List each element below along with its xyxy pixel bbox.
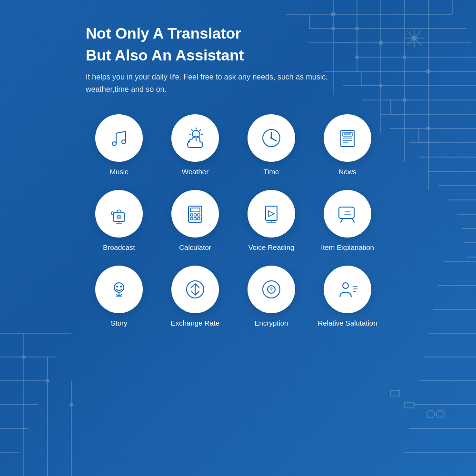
feature-story[interactable]: Story [86, 266, 152, 327]
news-icon-circle: NEW [324, 114, 371, 162]
story-label: Story [110, 319, 127, 327]
svg-point-107 [116, 286, 118, 288]
svg-point-44 [46, 379, 49, 382]
feature-item-explanation[interactable]: Item Explanation [314, 190, 381, 251]
svg-rect-103 [339, 207, 354, 218]
feature-music[interactable]: Music [86, 114, 152, 176]
svg-rect-96 [198, 214, 200, 216]
exchange-rate-label: Exchange Rate [171, 319, 220, 327]
calculator-icon-circle [171, 190, 219, 238]
svg-line-71 [191, 129, 193, 131]
weather-label: Weather [182, 168, 208, 176]
feature-weather[interactable]: Weather [162, 114, 228, 176]
title-line2: But Also An Assistant [86, 46, 447, 66]
svg-rect-100 [266, 206, 277, 220]
broadcast-label: Broadcast [103, 243, 135, 251]
broadcast-icon-circle [95, 190, 143, 238]
news-label: News [338, 168, 357, 176]
encryption-label: Encryption [255, 319, 288, 327]
svg-rect-56 [405, 402, 414, 408]
item-explanation-icon-circle [324, 190, 371, 238]
svg-rect-95 [194, 214, 197, 216]
svg-text:NEW: NEW [344, 133, 351, 136]
relative-salutation-icon-circle [324, 266, 371, 313]
title-section: Not Only A Translator But Also An Assist… [86, 24, 447, 95]
item-explanation-label: Item Explanation [321, 243, 374, 251]
svg-rect-99 [198, 218, 200, 220]
encryption-icon-circle: ? [248, 266, 295, 313]
feature-broadcast[interactable]: Broadcast [86, 190, 152, 251]
svg-rect-86 [111, 212, 113, 215]
time-label: Time [264, 168, 279, 176]
exchange-rate-icon-circle [171, 266, 219, 313]
svg-rect-93 [190, 208, 200, 212]
svg-line-72 [199, 129, 201, 131]
feature-time[interactable]: Time [238, 114, 305, 176]
svg-point-45 [70, 403, 73, 406]
time-icon-circle [248, 114, 295, 162]
svg-rect-94 [190, 214, 193, 216]
svg-text:?: ? [270, 287, 273, 292]
relative-salutation-label: Relative Salutation [317, 319, 377, 327]
feature-news[interactable]: NEW News [314, 114, 381, 176]
voice-reading-icon-circle [248, 190, 295, 238]
svg-rect-98 [194, 218, 197, 220]
feature-relative-salutation[interactable]: Relative Salutation [314, 266, 381, 327]
svg-point-76 [270, 137, 272, 139]
svg-point-57 [427, 410, 435, 418]
story-icon-circle [95, 266, 143, 313]
voice-reading-label: Voice Reading [248, 243, 295, 251]
svg-point-58 [436, 410, 444, 418]
calculator-label: Calculator [179, 243, 211, 251]
svg-point-119 [343, 283, 348, 288]
feature-calculator[interactable]: Calculator [162, 190, 228, 251]
svg-point-43 [22, 356, 25, 358]
music-icon-circle [95, 114, 143, 162]
svg-point-85 [119, 217, 120, 218]
title-line1: Not Only A Translator [86, 24, 447, 44]
feature-voice-reading[interactable]: Voice Reading [238, 190, 305, 251]
feature-encryption[interactable]: ? Encryption [238, 266, 305, 327]
weather-icon-circle [171, 114, 219, 162]
feature-exchange-rate[interactable]: Exchange Rate [162, 266, 228, 327]
features-grid: Music Weather [86, 114, 447, 327]
svg-rect-97 [190, 218, 193, 220]
description-text: It helps you in your daily life. Feel fr… [86, 71, 371, 95]
music-label: Music [109, 168, 128, 176]
svg-rect-55 [390, 390, 400, 396]
svg-point-108 [120, 286, 122, 288]
